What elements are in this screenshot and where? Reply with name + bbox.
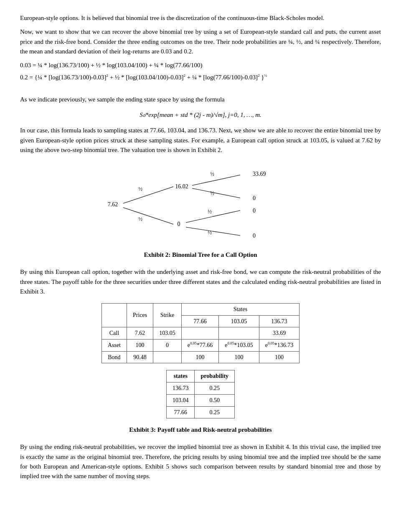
prob-value-3: 0.25 — [195, 406, 235, 418]
bond-s1: 100 — [181, 351, 218, 363]
table-row-bond: Bond 90.48 100 100 100 — [102, 351, 299, 363]
bond-prices: 90.48 — [127, 351, 153, 363]
probability-table: states probability 136.73 0.25 103.04 0.… — [166, 370, 235, 418]
paragraph-3: As we indicate previously, we sample the… — [20, 95, 381, 104]
prob-state-2: 103.04 — [166, 394, 195, 406]
svg-text:½: ½ — [210, 171, 214, 177]
call-s1 — [181, 327, 218, 339]
bond-s3: 100 — [259, 351, 299, 363]
prob-value-2: 0.50 — [195, 394, 235, 406]
prob-col-probability: probability — [195, 370, 235, 383]
col-header-states: States — [181, 304, 299, 316]
bond-strike — [153, 351, 182, 363]
call-s3: 33.69 — [259, 327, 299, 339]
svg-text:½: ½ — [138, 216, 142, 222]
prob-value-1: 0.25 — [195, 383, 235, 395]
payoff-table-wrap: Prices Strike States 77.66 103.05 136.73… — [20, 303, 381, 363]
asset-s1: e0.05*77.66 — [181, 339, 218, 352]
prob-state-3: 77.66 — [166, 406, 195, 418]
col-header-strike: Strike — [153, 304, 182, 327]
tree-node-zero-right-a: 0 — [253, 195, 256, 201]
tree-node-3369: 33.69 — [253, 171, 266, 177]
prob-col-states: states — [166, 370, 195, 383]
paragraph-6: By using the ending risk-neutral probabi… — [20, 442, 381, 481]
call-strike: 103.05 — [153, 327, 182, 339]
prob-row-3: 77.66 0.25 — [166, 406, 234, 418]
paragraph-5: By using this European call option, toge… — [20, 267, 381, 296]
formula-display: S₀*exp[mean + std * (2j - m)/√m], j=0, 1… — [20, 110, 381, 120]
asset-s3: e0.05*136.73 — [259, 339, 299, 352]
exhibit-3-title: Exhibit 3: Payoff table and Risk-neutral… — [20, 425, 381, 435]
tree-node-1602: 16.02 — [175, 183, 188, 190]
tree-node-zero-mid: 0 — [178, 221, 180, 227]
col-header-s1: 77.66 — [181, 315, 218, 327]
asset-strike: 0 — [153, 339, 182, 352]
tree-node-762: 7.62 — [108, 201, 118, 208]
paragraph-4: In our case, this formula leads to sampl… — [20, 126, 381, 155]
asset-s2: e0.05*103.05 — [219, 339, 259, 352]
prob-table-wrap: states probability 136.73 0.25 103.04 0.… — [20, 370, 381, 418]
svg-text:½: ½ — [208, 208, 212, 215]
prob-row-1: 136.73 0.25 — [166, 383, 234, 395]
math-equation-2: 0.2 = {¼ * [log(136.73/100)-0.03]2 + ½ *… — [20, 73, 381, 82]
asset-prices: 100 — [127, 339, 153, 352]
col-header-prices: Prices — [127, 304, 153, 327]
call-prices: 7.62 — [127, 327, 153, 339]
tree-node-zero-right-b: 0 — [253, 208, 256, 214]
exhibit-2-title: Exhibit 2: Binomial Tree for a Call Opti… — [20, 250, 381, 260]
svg-text:½: ½ — [208, 229, 212, 236]
svg-line-5 — [192, 188, 240, 198]
tree-node-zero-right-c: 0 — [253, 233, 256, 239]
col-header-security — [102, 304, 127, 327]
svg-text:½: ½ — [210, 190, 214, 196]
col-header-s2: 103.05 — [219, 315, 259, 327]
svg-line-1 — [123, 208, 173, 224]
svg-line-7 — [186, 227, 240, 236]
svg-line-0 — [123, 187, 173, 203]
paragraph-1: European-style options. It is believed t… — [20, 13, 381, 23]
asset-security: Asset — [102, 339, 127, 352]
payoff-table: Prices Strike States 77.66 103.05 136.73… — [102, 303, 299, 363]
svg-text:½: ½ — [138, 186, 142, 192]
bond-s2: 100 — [219, 351, 259, 363]
table-row-asset: Asset 100 0 e0.05*77.66 e0.05*103.05 e0.… — [102, 339, 299, 352]
math-equation-1: 0.03 = ¼ * log(136.73/100) + ½ * log(103… — [20, 61, 381, 70]
paragraph-2: Now, we want to show that we can recover… — [20, 27, 381, 56]
prob-state-1: 136.73 — [166, 383, 195, 395]
call-s2 — [219, 327, 259, 339]
table-row-call: Call 7.62 103.05 33.69 — [102, 327, 299, 339]
call-security: Call — [102, 327, 127, 339]
prob-row-2: 103.04 0.50 — [166, 394, 234, 406]
col-header-s3: 136.73 — [259, 315, 299, 327]
bond-security: Bond — [102, 351, 127, 363]
svg-line-4 — [192, 175, 240, 185]
svg-line-6 — [186, 210, 240, 223]
binomial-tree-diagram: 7.62 ½ ½ 16.02 0 ½ ½ ½ ½ 33.69 0 0 0 — [20, 162, 381, 246]
